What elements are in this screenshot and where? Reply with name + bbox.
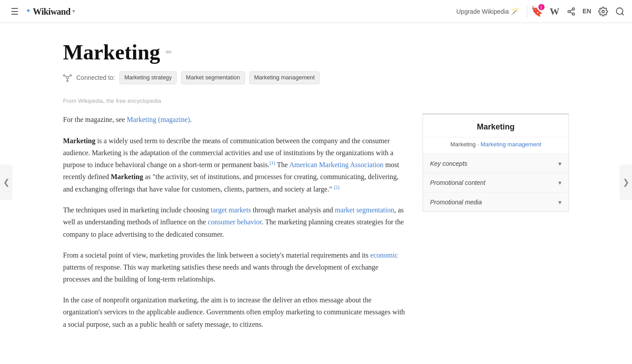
infobox-row-key-concepts[interactable]: Key concepts ▾ xyxy=(423,154,569,173)
article-title-row: Marketing ✏ xyxy=(63,41,569,64)
promotional-media-chevron: ▾ xyxy=(558,197,561,207)
svg-point-11 xyxy=(70,75,71,76)
svg-line-3 xyxy=(570,12,573,13)
prev-article-button[interactable]: ❮ xyxy=(0,164,12,200)
footnote-2[interactable]: [2] xyxy=(334,184,340,190)
infobox-sidebar: Marketing Marketing · Marketing manageme… xyxy=(423,114,569,212)
article-title: Marketing xyxy=(63,41,160,64)
logo-chevron-icon: ▾ xyxy=(72,7,75,16)
hamburger-menu-button[interactable]: ☰ xyxy=(7,4,22,19)
footnote-1[interactable]: [1] xyxy=(269,160,275,165)
link-consumer-behavior[interactable]: consumer behavior xyxy=(208,218,261,226)
upgrade-label: Upgrade Wikipedia xyxy=(456,8,509,15)
language-selector[interactable]: EN xyxy=(583,6,591,16)
tag-marketing-strategy[interactable]: Marketing strategy xyxy=(119,71,177,84)
logo-star-icon: ✦ xyxy=(26,6,31,16)
link-economic[interactable]: economic xyxy=(370,251,398,259)
svg-point-9 xyxy=(63,75,65,76)
promotional-media-label: Promotional media xyxy=(430,197,482,207)
edit-icon[interactable]: ✏ xyxy=(166,46,172,59)
infobox-subtitle-link[interactable]: Marketing management xyxy=(481,141,541,148)
tag-marketing-management[interactable]: Marketing management xyxy=(249,71,320,84)
link-ama[interactable]: American Marketing Association xyxy=(289,161,383,168)
infobox-row-promotional-media[interactable]: Promotional media ▾ xyxy=(423,193,569,211)
gear-icon xyxy=(598,7,608,16)
next-article-button[interactable]: ❯ xyxy=(620,164,632,200)
right-arrow-icon: ❯ xyxy=(623,177,629,187)
paragraph-4: In the case of nonprofit organization ma… xyxy=(63,294,407,330)
upgrade-wikipedia-button[interactable]: Upgrade Wikipedia 🪄 xyxy=(453,5,523,17)
paragraph-2: The techniques used in marketing include… xyxy=(63,204,407,240)
key-concepts-label: Key concepts xyxy=(430,159,467,168)
search-button[interactable] xyxy=(615,7,625,16)
page-content: Marketing ✏ Connected to: Marketing stra… xyxy=(36,23,596,364)
connected-label: Connected to: xyxy=(76,73,115,82)
left-arrow-icon: ❮ xyxy=(3,177,10,187)
link-market-segmentation[interactable]: market segmentation xyxy=(335,206,394,214)
svg-line-4 xyxy=(570,9,573,11)
paragraph-0: For the magazine, see Marketing (magazin… xyxy=(63,114,407,125)
promotional-content-chevron: ▾ xyxy=(558,178,561,188)
link-marketing-magazine[interactable]: Marketing (magazine) xyxy=(127,116,190,123)
connected-row: Connected to: Marketing strategy Market … xyxy=(63,71,569,84)
paragraph-1: Marketing is a widely used term to descr… xyxy=(63,135,407,196)
article-text: For the magazine, see Marketing (magazin… xyxy=(63,114,407,339)
infobox-subtitle: Marketing · Marketing management xyxy=(423,137,569,154)
link-target-markets[interactable]: target markets xyxy=(211,206,251,214)
share-button[interactable] xyxy=(567,7,576,16)
svg-line-12 xyxy=(68,76,71,77)
svg-point-6 xyxy=(616,8,623,14)
paragraph-3: From a societal point of view, marketing… xyxy=(63,249,407,286)
svg-point-5 xyxy=(602,10,604,13)
wikiwand-logo[interactable]: ✦ Wikiwand ▾ xyxy=(26,4,75,19)
share-icon xyxy=(567,7,576,16)
connected-icon xyxy=(63,73,72,82)
infobox-title: Marketing xyxy=(423,114,569,137)
logo-text: Wikiwand xyxy=(33,4,71,19)
from-wikipedia-label: From Wikipedia, the free encyclopedia xyxy=(63,97,569,106)
promotional-content-label: Promotional content xyxy=(430,178,486,188)
infobox: Marketing Marketing · Marketing manageme… xyxy=(423,114,569,212)
settings-button[interactable] xyxy=(598,7,608,16)
w-icon: W xyxy=(550,6,560,17)
key-concepts-chevron: ▾ xyxy=(558,159,561,168)
nav-divider xyxy=(527,5,527,18)
svg-line-10 xyxy=(65,76,67,77)
search-icon xyxy=(615,7,625,16)
article-body: For the magazine, see Marketing (magazin… xyxy=(63,114,569,339)
bold-marketing-1: Marketing xyxy=(63,137,95,145)
infobox-row-promotional-content[interactable]: Promotional content ▾ xyxy=(423,173,569,192)
bold-marketing-2: Marketing xyxy=(111,173,143,180)
wikipedia-w-button[interactable]: W xyxy=(550,6,560,17)
wand-icon: 🪄 xyxy=(511,7,520,16)
svg-line-7 xyxy=(622,13,624,15)
svg-point-13 xyxy=(67,80,68,82)
bookmark-badge: 1 xyxy=(538,4,545,10)
tag-market-segmentation[interactable]: Market segmentation xyxy=(181,71,245,84)
infobox-subtitle-plain: Marketing · xyxy=(450,141,481,148)
bookmark-button[interactable]: 🔖 1 xyxy=(531,6,543,17)
